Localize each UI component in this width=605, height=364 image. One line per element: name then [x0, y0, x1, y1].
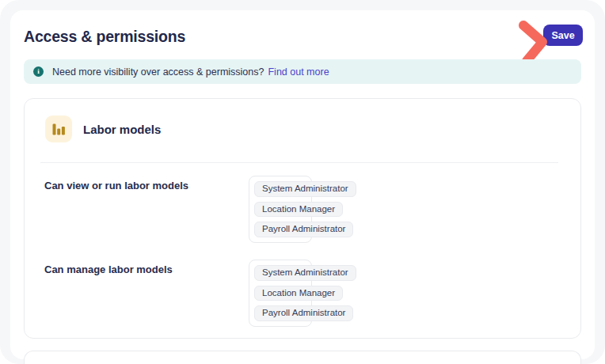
role-tag[interactable]: Location Manager	[254, 286, 343, 301]
permission-row-view-run: Can view or run labor models System Admi…	[44, 176, 312, 243]
role-tag[interactable]: System Administrator	[254, 181, 356, 197]
info-icon: i	[33, 66, 44, 77]
content-panel: Access & permissions Save i Need more vi…	[10, 10, 595, 359]
info-banner: i Need more visibility over access & per…	[24, 59, 581, 84]
role-tag[interactable]: Payroll Administrator	[254, 222, 353, 237]
section-divider	[40, 162, 558, 163]
bar-chart-icon	[45, 116, 72, 142]
save-button[interactable]: Save	[543, 25, 583, 46]
permission-label: Can manage labor models	[44, 260, 249, 275]
app-window: Access & permissions Save i Need more vi…	[0, 0, 605, 364]
permission-label: Can view or run labor models	[44, 176, 249, 191]
role-tag[interactable]: Location Manager	[254, 202, 343, 218]
role-tag[interactable]: Payroll Administrator	[254, 305, 353, 321]
labor-models-card: Labor models Can view or run labor model…	[24, 98, 581, 339]
page-title: Access & permissions	[24, 28, 185, 46]
role-tag[interactable]: System Administrator	[254, 265, 356, 281]
banner-text: Need more visibility over access & permi…	[52, 66, 264, 78]
section-header: Labor models	[45, 116, 161, 142]
roles-multiselect[interactable]: System Administrator Location Manager Pa…	[249, 260, 312, 327]
permission-row-manage: Can manage labor models System Administr…	[44, 260, 312, 327]
section-title: Labor models	[83, 123, 161, 136]
roles-multiselect[interactable]: System Administrator Location Manager Pa…	[249, 176, 312, 243]
next-section-card	[24, 351, 581, 364]
find-out-more-link[interactable]: Find out more	[268, 66, 329, 78]
